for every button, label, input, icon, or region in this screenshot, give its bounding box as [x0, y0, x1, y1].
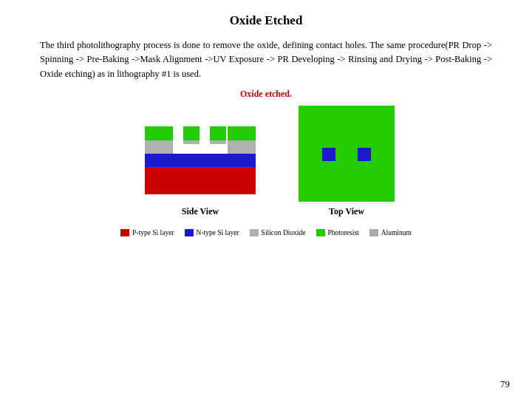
legend-color-sio2: [250, 229, 259, 236]
svg-rect-4: [145, 126, 173, 140]
legend-item-sio2: Silicon Dioxide: [250, 229, 306, 236]
legend-label-aluminum: Aluminum: [381, 229, 412, 236]
legend-item-ntype: N-type Si layer: [185, 229, 239, 236]
legend-label-ptype: P-type Si layer: [132, 229, 174, 236]
page: Oxide Etched The third photolithography …: [0, 0, 532, 399]
top-view-container: Top View: [299, 106, 395, 217]
side-view-label: Side View: [182, 206, 219, 217]
legend: P-type Si layer N-type Si layer Silicon …: [120, 229, 412, 236]
svg-rect-9: [210, 140, 226, 144]
svg-rect-12: [358, 148, 371, 161]
legend-color-ptype: [120, 229, 129, 236]
top-view-svg: [299, 106, 395, 202]
svg-rect-2: [145, 140, 173, 154]
svg-rect-1: [145, 154, 256, 167]
views-row: Side View Top View: [137, 106, 395, 217]
description-text: The third photolithography process is do…: [40, 38, 492, 81]
svg-rect-6: [183, 126, 200, 140]
page-title: Oxide Etched: [40, 13, 492, 28]
legend-label-sio2: Silicon Dioxide: [262, 229, 306, 236]
legend-item-photoresist: Photoresist: [316, 229, 359, 236]
diagram-area: Oxide etched.: [40, 89, 492, 236]
svg-rect-5: [228, 126, 256, 140]
side-view-container: Side View: [137, 106, 263, 217]
side-view-svg: [137, 106, 263, 202]
legend-color-ntype: [185, 229, 194, 236]
svg-rect-10: [299, 106, 395, 202]
svg-rect-8: [183, 140, 200, 144]
legend-item-aluminum: Aluminum: [369, 229, 412, 236]
legend-color-photoresist: [316, 229, 325, 236]
svg-rect-7: [210, 126, 226, 140]
svg-rect-3: [228, 140, 256, 154]
svg-rect-11: [322, 148, 335, 161]
svg-rect-0: [145, 165, 256, 194]
legend-label-photoresist: Photoresist: [328, 229, 359, 236]
legend-color-aluminum: [369, 229, 378, 236]
diagram-label: Oxide etched.: [240, 89, 292, 100]
legend-item-ptype: P-type Si layer: [120, 229, 174, 236]
top-view-label: Top View: [329, 206, 364, 217]
legend-label-ntype: N-type Si layer: [197, 229, 239, 236]
page-number: 79: [500, 378, 510, 390]
